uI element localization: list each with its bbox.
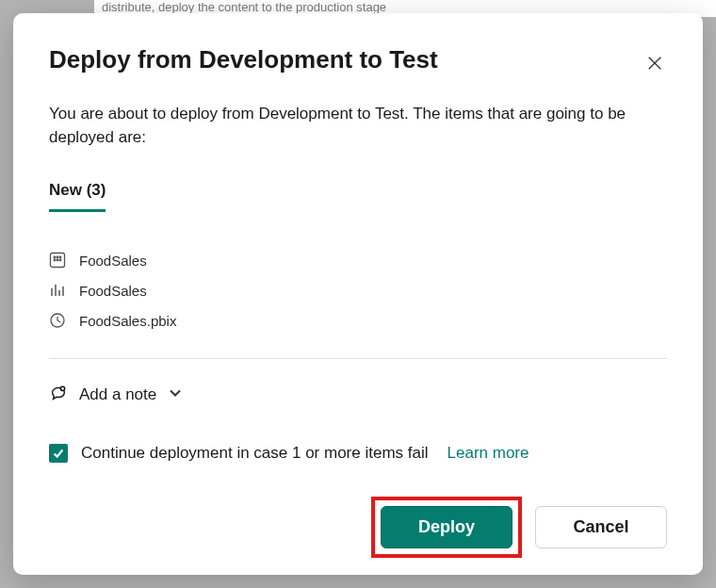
svg-point-3 [59,256,61,258]
continue-on-fail-label: Continue deployment in case 1 or more it… [81,444,429,463]
dialog-title: Deploy from Development to Test [49,45,438,74]
item-label: FoodSales [79,253,147,269]
svg-point-4 [54,259,56,261]
dataset-icon [49,252,66,269]
svg-point-6 [59,259,61,261]
svg-point-5 [57,259,58,261]
tabs: New (3) [49,181,667,213]
item-label: FoodSales [79,283,147,299]
list-item: FoodSales [49,275,667,305]
deploy-button[interactable]: Deploy [381,506,513,548]
dialog-description: You are about to deploy from Development… [49,103,667,149]
cancel-button[interactable]: Cancel [535,506,667,548]
tab-new[interactable]: New (3) [49,181,106,212]
dialog-actions: Deploy Cancel [371,497,667,558]
deploy-dialog: Deploy from Development to Test You are … [13,13,703,575]
learn-more-link[interactable]: Learn more [448,444,529,463]
divider [49,358,667,359]
close-icon [646,60,663,74]
continue-on-fail-checkbox[interactable] [49,444,68,463]
dialog-header: Deploy from Development to Test [49,45,667,78]
annotation-highlight: Deploy [371,497,522,558]
close-button[interactable] [643,51,667,78]
item-label: FoodSales.pbix [79,313,176,329]
report-icon [49,282,66,299]
list-item: FoodSales.pbix [49,305,667,335]
items-list: FoodSales FoodSales FoodSales.pbix [49,245,667,335]
note-icon [49,384,68,406]
add-note-label: Add a note [79,385,156,404]
add-note-toggle[interactable]: Add a note [49,384,667,406]
continue-on-fail-row: Continue deployment in case 1 or more it… [49,444,667,463]
list-item: FoodSales [49,245,667,275]
svg-point-2 [57,256,58,258]
file-icon [49,312,66,329]
chevron-down-icon [168,385,183,404]
svg-point-1 [54,256,56,258]
